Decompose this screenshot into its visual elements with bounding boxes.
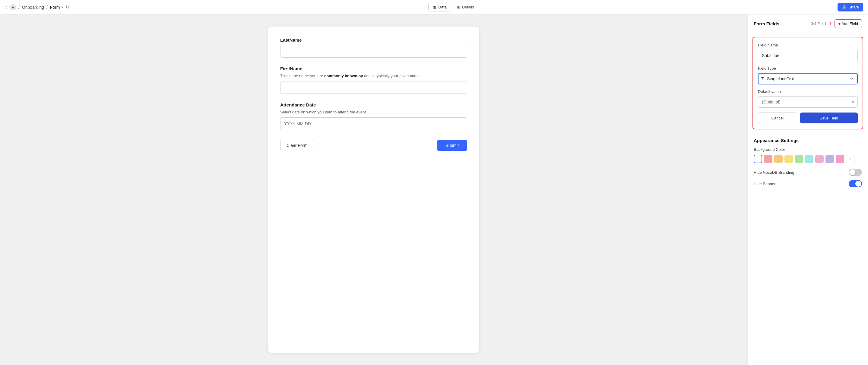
add-color-button[interactable]: + bbox=[846, 155, 855, 163]
clear-form-button[interactable]: Clear Form bbox=[280, 140, 314, 151]
field-type-group: Field Type T SingleLineText MultiLineTex… bbox=[758, 66, 858, 85]
nav-right: 🔒 Share bbox=[838, 3, 863, 11]
breadcrumb-onboarding[interactable]: Onboarding bbox=[22, 5, 44, 10]
lock-icon: 🔒 bbox=[842, 5, 846, 9]
tab-data[interactable]: ▦ Data bbox=[428, 3, 451, 11]
color-swatch-orange[interactable] bbox=[774, 155, 783, 163]
panel-header-right: 3/4 Field 1 + Add Field bbox=[811, 19, 862, 28]
field-count: 3/4 Field bbox=[811, 22, 826, 26]
data-tab-label: Data bbox=[438, 5, 446, 9]
color-swatch-white[interactable] bbox=[754, 155, 762, 163]
add-field-form: Field Name Field Type T SingleLineText M… bbox=[752, 37, 863, 129]
app-icon: ● bbox=[10, 4, 16, 10]
default-value-input[interactable] bbox=[758, 96, 858, 108]
details-tab-label: Details bbox=[462, 5, 474, 9]
breadcrumb-sep-1: / bbox=[19, 5, 20, 10]
hide-banner-toggle[interactable] bbox=[849, 180, 862, 187]
add-field-actions: Cancel Save Field bbox=[758, 113, 858, 123]
nav-center: ▦ Data ⊞ Details bbox=[428, 3, 478, 11]
hide-banner-label: Hide Banner bbox=[754, 182, 775, 186]
field-lastname-input[interactable] bbox=[280, 45, 467, 58]
cancel-button[interactable]: Cancel bbox=[758, 113, 797, 123]
color-swatch-yellow[interactable] bbox=[784, 155, 793, 163]
nav-left: » ● / Onboarding / Form ▾ ↻ bbox=[5, 4, 69, 10]
field-firstname-label: FirstName bbox=[280, 66, 467, 71]
default-value-group: Default value ✕ bbox=[758, 89, 858, 108]
appearance-title: Appearance Settings bbox=[754, 138, 862, 143]
background-color-row: Background Color + bbox=[754, 147, 862, 163]
default-value-wrapper: ✕ bbox=[758, 96, 858, 108]
refresh-icon[interactable]: ↻ bbox=[65, 4, 69, 10]
field-lastname-label: LastName bbox=[280, 37, 467, 42]
hide-nocodb-label: Hide NocoDB Branding bbox=[754, 170, 794, 175]
field-name-label: Field Name bbox=[758, 43, 858, 48]
toggle-thumb-banner bbox=[855, 181, 861, 187]
top-nav: » ● / Onboarding / Form ▾ ↻ ▦ Data ⊞ Det… bbox=[0, 0, 868, 14]
field-firstname-description: This is the name you are commonly known … bbox=[280, 73, 467, 78]
default-value-label: Default value bbox=[758, 89, 858, 94]
expand-icon[interactable]: » bbox=[5, 4, 7, 10]
tab-details[interactable]: ⊞ Details bbox=[453, 3, 478, 11]
clear-default-value-button[interactable]: ✕ bbox=[851, 99, 855, 104]
right-panel: Form Fields 3/4 Field 1 + Add Field 2 Fi… bbox=[747, 14, 868, 365]
field-type-label: Field Type bbox=[758, 66, 858, 70]
save-field-button[interactable]: Save Field bbox=[800, 113, 858, 123]
field-attendance-date: Attendance Date Select date on which you… bbox=[280, 102, 467, 130]
field-attendance-input[interactable] bbox=[280, 117, 467, 130]
field-firstname: FirstName This is the name you are commo… bbox=[280, 66, 467, 94]
field-type-select[interactable]: SingleLineText MultiLineText Email Phone… bbox=[758, 73, 858, 85]
hide-nocodb-row: Hide NocoDB Branding bbox=[754, 169, 862, 176]
field-type-wrapper: T SingleLineText MultiLineText Email Pho… bbox=[758, 73, 858, 85]
panel-title: Form Fields bbox=[754, 21, 779, 26]
color-swatch-purple[interactable] bbox=[826, 155, 834, 163]
color-swatch-red[interactable] bbox=[764, 155, 772, 163]
field-name-group: Field Name bbox=[758, 43, 858, 61]
field-attendance-description: Select date on which you plan to attend … bbox=[280, 110, 467, 114]
add-field-button[interactable]: + Add Field bbox=[835, 19, 862, 28]
field-attendance-label: Attendance Date bbox=[280, 102, 467, 108]
hide-banner-row: Hide Banner bbox=[754, 180, 862, 187]
submit-button[interactable]: Submit bbox=[437, 140, 467, 151]
color-swatches: + bbox=[754, 155, 862, 163]
breadcrumb-sep-2: / bbox=[46, 5, 48, 10]
color-swatch-pink[interactable] bbox=[815, 155, 824, 163]
breadcrumb-form[interactable]: Form ▾ bbox=[50, 5, 63, 10]
color-swatch-rose[interactable] bbox=[836, 155, 844, 163]
field-firstname-input[interactable] bbox=[280, 81, 467, 94]
form-actions: Clear Form Submit bbox=[280, 140, 467, 151]
toggle-thumb-nocodb bbox=[849, 169, 855, 175]
hide-nocodb-toggle[interactable] bbox=[849, 169, 862, 176]
background-color-label: Background Color bbox=[754, 147, 862, 152]
main-layout: LastName FirstName This is the name you … bbox=[0, 14, 868, 365]
form-container: LastName FirstName This is the name you … bbox=[268, 27, 479, 353]
color-swatch-teal[interactable] bbox=[805, 155, 813, 163]
field-type-t-icon: T bbox=[761, 76, 764, 81]
appearance-section: Appearance Settings Background Color + bbox=[748, 133, 868, 196]
step1-badge: 1 bbox=[829, 21, 831, 26]
share-label: Share bbox=[848, 5, 859, 9]
details-tab-icon: ⊞ bbox=[457, 5, 460, 9]
form-area: LastName FirstName This is the name you … bbox=[0, 14, 747, 365]
field-lastname: LastName bbox=[280, 37, 467, 58]
form-chevron-icon: ▾ bbox=[61, 5, 63, 9]
share-button[interactable]: 🔒 Share bbox=[838, 3, 863, 11]
data-tab-icon: ▦ bbox=[433, 5, 436, 9]
color-swatch-green[interactable] bbox=[795, 155, 803, 163]
step2-badge-left: 2 bbox=[747, 81, 749, 86]
field-name-input[interactable] bbox=[758, 50, 858, 61]
panel-header: Form Fields 3/4 Field 1 + Add Field bbox=[748, 14, 868, 33]
